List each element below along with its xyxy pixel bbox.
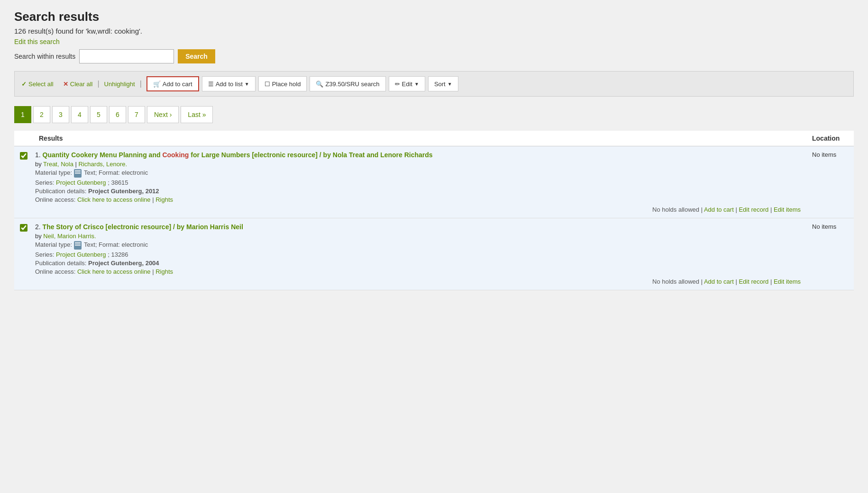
- checkmark-icon: ✓: [21, 81, 27, 88]
- pencil-icon: ✏: [395, 81, 400, 88]
- material-type-icon: [74, 169, 82, 178]
- clear-all-button[interactable]: ✕ Clear all: [63, 81, 93, 88]
- page-title: Search results: [14, 9, 854, 24]
- add-to-cart-button[interactable]: 🛒 Add to cart: [146, 76, 199, 91]
- results-header: Results: [33, 131, 806, 146]
- row-1-online-access: Online access: Click here to access onli…: [35, 196, 801, 203]
- row-2-checkbox[interactable]: [20, 224, 27, 232]
- row-2-checkbox-cell: [14, 218, 33, 290]
- table-row: 2. The Story of Crisco [electronic resou…: [14, 218, 854, 290]
- sort-button[interactable]: Sort: [428, 76, 458, 91]
- last-button[interactable]: Last »: [181, 106, 213, 123]
- hold-icon: ☐: [265, 81, 270, 88]
- row-2-series: Series: Project Gutenberg ; 13286: [35, 251, 801, 258]
- cart-icon: 🛒: [153, 81, 161, 88]
- row-2-online-link[interactable]: Click here to access online: [77, 268, 151, 275]
- table-row: 1. Quantity Cookery Menu Planning and Co…: [14, 146, 854, 218]
- row-1-authors: by Treat, Nola | Richards, Lenore.: [35, 161, 801, 168]
- edit-search-link[interactable]: Edit this search: [14, 38, 60, 45]
- row-1-location: No items: [806, 146, 854, 218]
- row-1-actions: No holds allowed | Add to cart | Edit re…: [35, 206, 801, 213]
- results-table: Results Location 1. Quantity Cookery Men…: [14, 131, 854, 290]
- z3950-search-button[interactable]: 🔍 Z39.50/SRU search: [310, 76, 385, 91]
- row-1-online-link[interactable]: Click here to access online: [77, 196, 151, 203]
- row-2-material-type: Material type: Text; Format: electronic: [35, 241, 801, 250]
- cooking-highlight: Cooking: [162, 151, 189, 159]
- row-2-location: No items: [806, 218, 854, 290]
- list-icon: ☰: [208, 81, 214, 88]
- row-2-rights-link[interactable]: Rights: [155, 268, 173, 275]
- search-within-label: Search within results: [14, 53, 75, 60]
- page-btn-3[interactable]: 3: [52, 106, 69, 123]
- row-2-author-1[interactable]: Neil, Marion Harris.: [43, 233, 96, 240]
- row-1-title-line: 1. Quantity Cookery Menu Planning and Co…: [35, 151, 801, 159]
- location-header: Location: [806, 131, 854, 146]
- unhighlight-button[interactable]: Unhighlight: [104, 81, 135, 88]
- material-type-icon-2: [74, 241, 82, 250]
- row-2-publication: Publication details: Project Gutenberg, …: [35, 260, 801, 267]
- row-1-title[interactable]: Quantity Cookery Menu Planning and Cooki…: [43, 151, 433, 159]
- x-icon: ✕: [63, 81, 68, 88]
- row-2-edit-record[interactable]: Edit record: [739, 278, 768, 285]
- row-1-author-1[interactable]: Treat, Nola: [43, 161, 73, 168]
- separator-3: |: [140, 80, 142, 88]
- add-to-list-button[interactable]: ☰ Add to list: [202, 76, 256, 91]
- row-2-actions: No holds allowed | Add to cart | Edit re…: [35, 278, 801, 285]
- row-1-material-type: Material type: Text; Format: electronic: [35, 169, 801, 178]
- row-1-publication: Publication details: Project Gutenberg, …: [35, 188, 801, 195]
- toolbar: ✓ Select all ✕ Clear all | Unhighlight |…: [14, 71, 854, 97]
- row-1-series: Series: Project Gutenberg ; 38615: [35, 179, 801, 186]
- pagination: 1 2 3 4 5 6 7 Next › Last »: [14, 106, 854, 123]
- row-1-checkbox[interactable]: [20, 152, 27, 160]
- page-btn-4[interactable]: 4: [71, 106, 88, 123]
- page-btn-6[interactable]: 6: [109, 106, 126, 123]
- search-within-input[interactable]: [79, 49, 174, 63]
- next-button[interactable]: Next ›: [147, 106, 179, 123]
- search-within-row: Search within results Search: [14, 49, 854, 63]
- page-btn-2[interactable]: 2: [33, 106, 50, 123]
- row-2-title-line: 2. The Story of Crisco [electronic resou…: [35, 223, 801, 231]
- row-1-series-link[interactable]: Project Gutenberg: [56, 179, 106, 186]
- row-2-online-access: Online access: Click here to access onli…: [35, 268, 801, 275]
- row-1-author-2[interactable]: Richards, Lenore.: [79, 161, 128, 168]
- page-container: Search results 126 result(s) found for '…: [0, 0, 868, 493]
- checkbox-header: [14, 131, 33, 146]
- row-1-checkbox-cell: [14, 146, 33, 218]
- row-2-content: 2. The Story of Crisco [electronic resou…: [33, 218, 806, 290]
- place-hold-button[interactable]: ☐ Place hold: [258, 76, 307, 91]
- row-1-number: 1.: [35, 151, 43, 159]
- row-1-edit-record[interactable]: Edit record: [739, 206, 768, 213]
- search-icon: 🔍: [316, 81, 323, 88]
- row-1-edit-items[interactable]: Edit items: [774, 206, 801, 213]
- page-btn-7[interactable]: 7: [128, 106, 145, 123]
- row-2-authors: by Neil, Marion Harris.: [35, 233, 801, 240]
- row-1-content: 1. Quantity Cookery Menu Planning and Co…: [33, 146, 806, 218]
- edit-button[interactable]: ✏ Edit: [389, 76, 425, 91]
- page-btn-5[interactable]: 5: [90, 106, 107, 123]
- search-within-button[interactable]: Search: [178, 49, 215, 63]
- row-2-series-link[interactable]: Project Gutenberg: [56, 251, 106, 258]
- row-2-add-to-cart[interactable]: Add to cart: [704, 278, 734, 285]
- row-1-add-to-cart[interactable]: Add to cart: [704, 206, 734, 213]
- row-1-rights-link[interactable]: Rights: [155, 196, 173, 203]
- page-btn-1[interactable]: 1: [14, 106, 31, 123]
- results-summary: 126 result(s) found for 'kw,wrdl: cookin…: [14, 27, 854, 35]
- row-2-title[interactable]: The Story of Crisco [electronic resource…: [43, 223, 243, 231]
- select-all-button[interactable]: ✓ Select all: [21, 81, 54, 88]
- row-2-number: 2.: [35, 223, 43, 231]
- row-2-edit-items[interactable]: Edit items: [774, 278, 801, 285]
- separator-2: |: [97, 80, 99, 88]
